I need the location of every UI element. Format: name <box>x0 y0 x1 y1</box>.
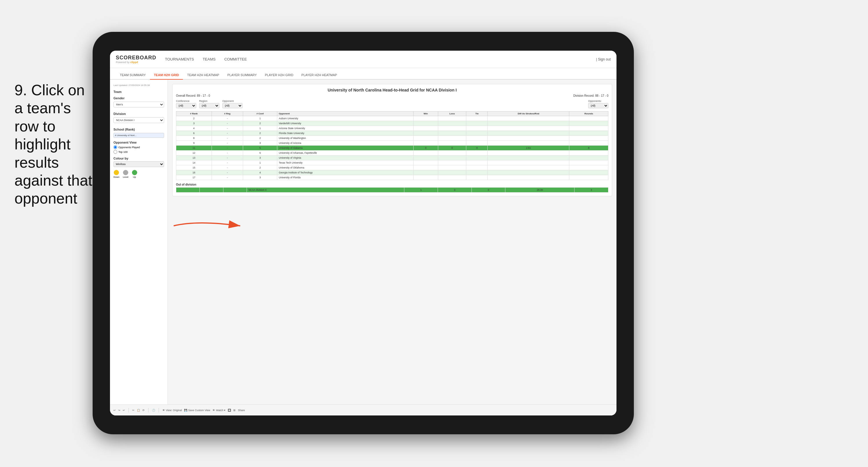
table-row[interactable]: 14-1Texas Tech University <box>176 160 609 165</box>
division-label: Division <box>114 112 164 116</box>
watch-icon: 👁 <box>212 409 215 412</box>
col-tie: Tie <box>466 112 488 116</box>
opponent-select[interactable]: (All) <box>222 103 243 108</box>
tab-player-h2h-heatmap[interactable]: PLAYER H2H HEATMAP <box>297 71 341 80</box>
share-button[interactable]: Share <box>238 409 245 412</box>
filter-conference: Conference (All) <box>176 99 196 108</box>
save-custom-view-button[interactable]: 💾 Save Custom View <box>184 409 210 412</box>
sign-out-link[interactable]: | Sign out <box>596 57 611 61</box>
table-row[interactable]: 3-2Vanderbilt University <box>176 121 609 126</box>
legend-down: Down <box>114 170 119 178</box>
overall-record: Overall Record: 89 - 17 - 0 <box>176 94 210 97</box>
region-select[interactable]: (All) <box>199 103 219 108</box>
nav-links: TOURNAMENTS TEAMS COMMITTEE <box>165 56 596 62</box>
legend-dot-level <box>123 170 128 175</box>
toolbar-clip[interactable]: ✂ <box>132 409 134 412</box>
ood-rank <box>176 187 200 193</box>
tab-team-h2h-heatmap[interactable]: TEAM H2H HEATMAP <box>183 71 223 80</box>
bottom-toolbar: ↩ ↪ ↩ ✂ 📋 ⟳ 🕐 👁 View: Original 💾 Save Cu… <box>110 405 617 415</box>
school-value[interactable]: 4 University of Nort... <box>114 133 164 138</box>
sub-nav: TEAM SUMMARY TEAM H2H GRID TEAM H2H HEAT… <box>110 68 617 80</box>
toolbar-something[interactable]: ⟳ <box>143 409 145 412</box>
toolbar-divider-2 <box>148 408 149 413</box>
opponent-view-radios: Opponents Played Top 100 <box>114 145 164 154</box>
ood-reg <box>200 187 223 193</box>
table-row[interactable]: 17-3University of Florida <box>176 175 609 180</box>
out-of-division-row[interactable]: NCAA Division II 1 0 0 26.00 3 <box>176 187 609 193</box>
filter-region: Region (All) <box>199 99 219 108</box>
redo-button[interactable]: ↪ <box>118 409 120 412</box>
tab-team-summary[interactable]: TEAM SUMMARY <box>116 71 150 80</box>
table-row[interactable]: 8-2University of Washington <box>176 136 609 141</box>
legend-dot-up <box>132 170 137 175</box>
table-row[interactable]: 6-2Florida State University <box>176 131 609 136</box>
legend-dot-down <box>114 170 119 175</box>
view-original-button[interactable]: 👁 View: Original <box>162 409 182 412</box>
radio-top100[interactable]: Top 100 <box>114 150 164 154</box>
filter-opponent: Opponent (All) <box>222 99 243 108</box>
radio-opponents-played[interactable]: Opponents Played <box>114 145 164 149</box>
tab-team-h2h-grid[interactable]: TEAM H2H GRID <box>150 71 183 80</box>
legend-row: Down Level Up <box>114 170 164 178</box>
logo-clippd: clippd <box>130 61 138 64</box>
main-content: Last Updated: 27/03/2024 16:55:38 Team G… <box>110 80 617 405</box>
col-reg: # Reg <box>212 112 243 116</box>
division-record: Division Record: 88 - 17 - 0 <box>574 94 609 97</box>
save-icon: 💾 <box>184 409 187 412</box>
tab-player-h2h-grid[interactable]: PLAYER H2H GRID <box>261 71 297 80</box>
instruction-text: 9. Click on a team's row to highlight re… <box>14 81 95 208</box>
table-row[interactable]: 12-6University of Arkansas, Fayetteville <box>176 150 609 155</box>
opponent-view-label: Opponent View <box>114 141 164 144</box>
table-row[interactable]: 15-2University of Oklahoma <box>176 165 609 170</box>
opponents-played-select[interactable]: (All) <box>588 103 609 108</box>
filters-row: Conference (All) Region (All) <box>176 99 609 108</box>
top-nav: SCOREBOARD Powered by clippd TOURNAMENTS… <box>110 51 617 68</box>
ood-conf <box>223 187 247 193</box>
col-loss: Loss <box>438 112 466 116</box>
tab-player-summary[interactable]: PLAYER SUMMARY <box>223 71 261 80</box>
nav-committee[interactable]: COMMITTEE <box>224 56 247 62</box>
ood-tie: 0 <box>471 187 505 193</box>
view-icon: 👁 <box>162 409 165 412</box>
out-of-division-label: Out of division <box>176 183 609 186</box>
colour-by-label: Colour by <box>114 157 164 160</box>
ood-rounds: 3 <box>575 187 609 193</box>
ood-win: 1 <box>404 187 438 193</box>
nav-tournaments[interactable]: TOURNAMENTS <box>165 56 194 62</box>
school-rank-label: School (Rank) <box>114 128 164 131</box>
table-row[interactable]: 9-3University of Arizona <box>176 141 609 146</box>
colour-by-select[interactable]: Win/loss <box>114 161 164 167</box>
col-conf: # Conf <box>243 112 277 116</box>
logo-scoreboard: SCOREBOARD <box>116 55 156 61</box>
grid-title: University of North Carolina Head-to-Hea… <box>176 88 609 92</box>
gender-select[interactable]: Men's <box>114 101 164 108</box>
col-win: Win <box>413 112 438 116</box>
grid-container: University of North Carolina Head-to-Hea… <box>172 84 612 196</box>
toolbar-btn-3[interactable]: ↩ <box>123 409 125 412</box>
sidebar: Last Updated: 27/03/2024 16:55:38 Team G… <box>110 80 168 405</box>
nav-teams[interactable]: TEAMS <box>203 56 216 62</box>
team-label: Team <box>114 90 164 93</box>
gender-label: Gender <box>114 96 164 100</box>
table-row[interactable]: 13-3University of Virginia <box>176 155 609 160</box>
toolbar-extra-1[interactable]: 🔲 <box>228 409 231 412</box>
out-of-division-table: NCAA Division II 1 0 0 26.00 3 <box>176 187 609 193</box>
toolbar-paste[interactable]: 📋 <box>137 409 140 412</box>
division-select[interactable]: NCAA Division I <box>114 117 164 123</box>
toolbar-clock[interactable]: 🕐 <box>152 409 155 412</box>
ood-diff: 26.00 <box>505 187 575 193</box>
toolbar-extra-2[interactable]: ⊞ <box>233 409 236 412</box>
table-row[interactable]: 4-1Arizona State University <box>176 126 609 131</box>
tablet-device: SCOREBOARD Powered by clippd TOURNAMENTS… <box>93 32 634 434</box>
logo-area: SCOREBOARD Powered by clippd <box>116 55 156 64</box>
table-row[interactable]: 16-4Georgia Institute of Technology <box>176 170 609 175</box>
watch-button[interactable]: 👁 Watch ▾ <box>212 409 225 412</box>
table-row[interactable]: 11-5University of Alabama3002.618 <box>176 146 609 150</box>
col-rank: # Rank <box>176 112 212 116</box>
tablet-screen: SCOREBOARD Powered by clippd TOURNAMENTS… <box>110 51 617 415</box>
table-row[interactable]: 2-1Auburn University <box>176 116 609 121</box>
filter-opponents-played: Opponents: (All) <box>588 99 609 108</box>
undo-button[interactable]: ↩ <box>114 409 116 412</box>
toolbar-divider-1 <box>128 408 129 413</box>
conference-select[interactable]: (All) <box>176 103 196 108</box>
